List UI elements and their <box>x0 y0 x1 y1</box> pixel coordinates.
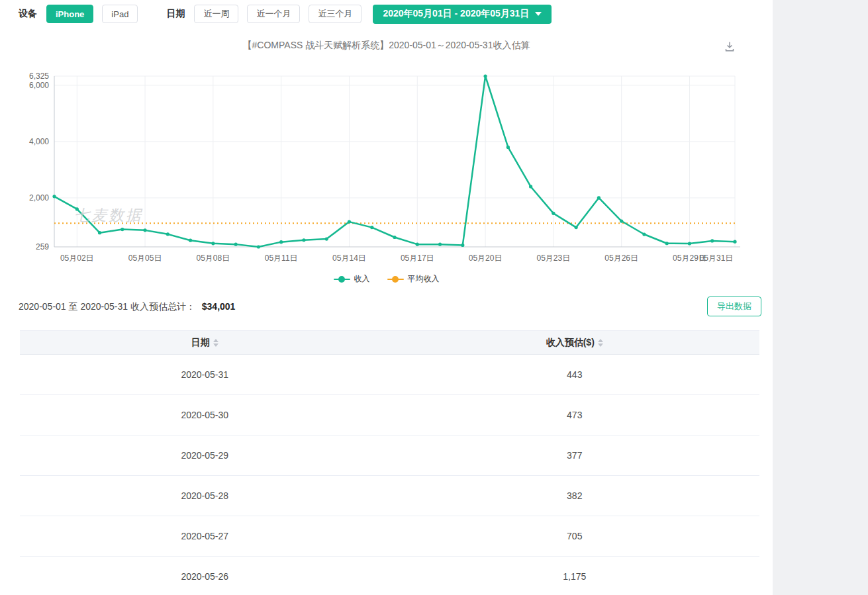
data-point[interactable] <box>234 243 238 246</box>
device-button-iphone[interactable]: iPhone <box>46 5 93 23</box>
data-point[interactable] <box>393 236 396 239</box>
data-point[interactable] <box>688 242 691 245</box>
table-row: 2020-05-30473 <box>20 395 759 435</box>
data-point[interactable] <box>642 232 646 236</box>
date-range-picker[interactable]: 2020年05月01日 - 2020年05月31日 <box>373 5 552 24</box>
chevron-down-icon <box>535 12 542 16</box>
x-axis-label: 05月31日 <box>700 253 734 263</box>
data-point[interactable] <box>121 228 124 231</box>
data-point[interactable] <box>665 242 669 245</box>
table-header-row: 日期 收入预估($) <box>20 331 759 355</box>
x-axis-label: 05月17日 <box>401 253 434 263</box>
x-axis-label: 05月26日 <box>604 253 638 263</box>
table-row: 2020-05-27705 <box>20 516 759 557</box>
cell-revenue: 473 <box>390 395 760 435</box>
cell-date: 2020-05-29 <box>20 435 390 475</box>
line-dot-icon <box>334 276 350 283</box>
data-point[interactable] <box>461 244 464 247</box>
summary-line: 2020-05-01 至 2020-05-31 收入预估总计： $34,001 <box>19 301 235 313</box>
data-point[interactable] <box>98 231 101 234</box>
data-point[interactable] <box>552 212 555 215</box>
summary-text: 2020-05-01 至 2020-05-31 收入预估总计： <box>19 301 195 312</box>
data-point[interactable] <box>302 238 305 242</box>
line-dot-icon <box>387 276 404 283</box>
data-point[interactable] <box>325 237 328 240</box>
data-point[interactable] <box>506 146 510 149</box>
revenue-line-chart[interactable]: 2592,0004,0006,0006,32505月02日05月05日05月08… <box>0 63 773 268</box>
cell-revenue: 377 <box>390 435 760 475</box>
cell-revenue: 1,175 <box>390 557 760 595</box>
column-header-revenue[interactable]: 收入预估($) <box>390 331 760 354</box>
legend-item-average[interactable]: 平均收入 <box>387 273 440 285</box>
sort-icon[interactable] <box>598 339 603 347</box>
device-button-ipad[interactable]: iPad <box>102 5 138 23</box>
quick-range-week-button[interactable]: 近一周 <box>194 5 238 23</box>
x-axis-label: 05月14日 <box>332 253 366 263</box>
device-label: 设备 <box>19 8 37 20</box>
cell-date: 2020-05-27 <box>20 516 390 556</box>
toolbar: 设备 iPhone iPad 日期 近一周 近一个月 近三个月 2020年05月… <box>19 4 552 24</box>
revenue-table: 日期 收入预估($) 2020-05-314432020-05-30473202… <box>20 330 759 595</box>
revenue-line <box>54 76 735 247</box>
right-background-panel <box>773 0 868 595</box>
data-point[interactable] <box>597 196 601 199</box>
chart-canvas: 2592,0004,0006,0006,32505月02日05月05日05月08… <box>0 63 773 268</box>
data-point[interactable] <box>211 242 215 245</box>
data-point[interactable] <box>733 240 736 244</box>
y-axis-label: 6,325 <box>29 71 49 81</box>
main-content: 设备 iPhone iPad 日期 近一周 近一个月 近三个月 2020年05月… <box>0 0 773 595</box>
y-axis-label: 6,000 <box>29 81 49 90</box>
legend-label-revenue: 收入 <box>354 273 370 285</box>
summary-total: $34,001 <box>202 301 236 312</box>
x-axis-label: 05月23日 <box>537 253 571 263</box>
table-row: 2020-05-31443 <box>20 355 759 395</box>
chart-title: 【#COMPASS 战斗天赋解析系统】2020-05-01～2020-05-31… <box>0 40 773 52</box>
table-row: 2020-05-29377 <box>20 435 759 476</box>
data-point[interactable] <box>348 220 351 224</box>
data-point[interactable] <box>710 239 714 242</box>
x-axis-label: 05月05日 <box>128 253 162 263</box>
legend-item-revenue[interactable]: 收入 <box>334 273 370 285</box>
data-point[interactable] <box>279 240 283 244</box>
download-button[interactable] <box>722 38 738 54</box>
cell-date: 2020-05-30 <box>20 395 390 435</box>
date-label: 日期 <box>166 8 185 20</box>
cell-revenue: 443 <box>390 355 760 394</box>
x-axis-label: 05月08日 <box>197 253 230 263</box>
data-point[interactable] <box>166 232 169 236</box>
table-body: 2020-05-314432020-05-304732020-05-293772… <box>20 355 759 595</box>
download-icon <box>724 40 736 52</box>
export-data-button[interactable]: 导出数据 <box>707 297 761 316</box>
quick-range-3month-button[interactable]: 近三个月 <box>309 5 362 23</box>
table-row: 2020-05-28382 <box>20 476 759 516</box>
table-row: 2020-05-261,175 <box>20 557 759 595</box>
data-point[interactable] <box>483 74 487 77</box>
data-point[interactable] <box>620 219 623 222</box>
legend-label-average: 平均收入 <box>408 273 440 285</box>
data-point[interactable] <box>52 195 56 198</box>
y-axis-label: 259 <box>36 242 49 252</box>
data-point[interactable] <box>370 226 373 229</box>
data-point[interactable] <box>529 185 532 188</box>
data-point[interactable] <box>257 245 260 248</box>
sort-icon[interactable] <box>213 339 218 347</box>
cell-date: 2020-05-31 <box>20 355 390 394</box>
data-point[interactable] <box>189 239 192 242</box>
cell-revenue: 382 <box>390 476 760 516</box>
data-point[interactable] <box>143 228 146 232</box>
column-header-date[interactable]: 日期 <box>20 331 390 354</box>
date-range-text: 2020年05月01日 - 2020年05月31日 <box>383 8 529 20</box>
cell-date: 2020-05-28 <box>20 476 390 516</box>
data-point[interactable] <box>416 243 419 246</box>
y-axis-label: 2,000 <box>29 193 49 203</box>
data-point[interactable] <box>75 207 79 210</box>
x-axis-label: 05月02日 <box>60 253 94 263</box>
cell-revenue: 705 <box>390 516 760 556</box>
cell-date: 2020-05-26 <box>20 557 390 595</box>
x-axis-label: 05月20日 <box>469 253 503 263</box>
chart-legend: 收入 平均收入 <box>0 273 773 285</box>
x-axis-label: 05月11日 <box>265 253 298 263</box>
data-point[interactable] <box>438 243 442 246</box>
data-point[interactable] <box>575 226 578 229</box>
quick-range-month-button[interactable]: 近一个月 <box>247 5 300 23</box>
